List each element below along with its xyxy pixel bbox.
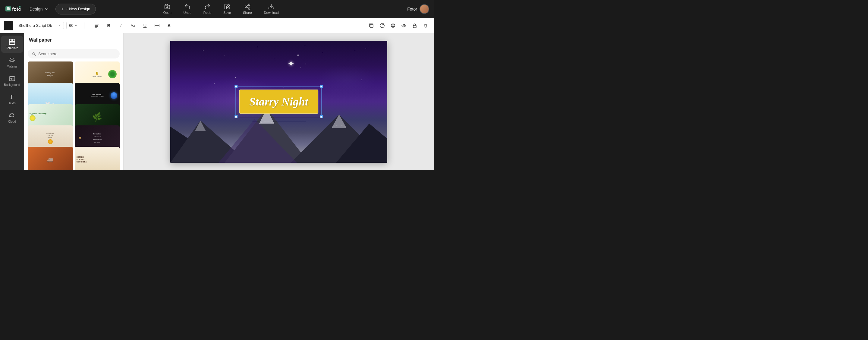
duplicate-button[interactable] (367, 21, 376, 30)
cloud-icon (9, 112, 16, 119)
redo-button[interactable]: Redo (201, 2, 214, 16)
font-dropdown-icon (58, 23, 61, 28)
save-button[interactable]: Save (221, 2, 233, 16)
open-button[interactable]: Open (161, 2, 174, 16)
template-card-9[interactable]: 🚐 (28, 147, 73, 170)
text-color-picker[interactable] (4, 21, 13, 30)
lock-icon (412, 23, 417, 28)
letter-spacing-icon (154, 23, 160, 28)
font-size-selector[interactable]: 60 (66, 22, 84, 29)
sidebar-item-texts[interactable]: T Texts (1, 91, 23, 108)
font-name-label: Shellhera Script Db (19, 23, 52, 28)
sidebar-item-cloud[interactable]: Cloud (1, 109, 23, 126)
save-icon (224, 3, 230, 10)
search-icon (32, 52, 36, 56)
top-nav: fotor Design + + New Design Open Undo Re… (0, 0, 434, 18)
svg-point-7 (248, 8, 250, 9)
sparkle-tiny: ✦ (305, 62, 307, 66)
logo-area: fotor (5, 5, 21, 13)
italic-button[interactable]: I (116, 21, 126, 30)
chevron-down-icon (44, 7, 49, 11)
fotor-logo-icon: fotor (5, 5, 21, 13)
text-icon: T (9, 94, 16, 100)
font-size-label: 60 (69, 23, 73, 28)
design-button[interactable]: Design (27, 5, 52, 13)
text-box[interactable]: Starry Night (239, 90, 318, 114)
sparkle-decoration: ✦ (287, 59, 294, 69)
new-design-button[interactable]: + + New Design (56, 4, 96, 14)
svg-point-17 (391, 24, 395, 27)
redo-icon (204, 3, 211, 10)
underline-decoration (252, 122, 306, 122)
download-button[interactable]: Download (261, 2, 281, 16)
svg-text:T: T (10, 94, 13, 100)
align-button[interactable] (92, 21, 101, 30)
user-name: Fotor (407, 7, 417, 11)
text-case-button[interactable]: A (164, 21, 174, 30)
sidebar-item-background[interactable]: Background (1, 72, 23, 90)
sidebar-icons: Template Material Background T Texts (0, 33, 24, 170)
underline-button[interactable]: U (140, 21, 150, 30)
svg-rect-24 (9, 76, 15, 81)
svg-point-18 (392, 25, 394, 27)
canvas-inner: ✦ ✦ ✦ (170, 41, 387, 163)
nav-right: Fotor (407, 4, 429, 14)
rotate-icon (379, 23, 385, 28)
toolbar-divider-1 (88, 21, 88, 30)
template-icon (9, 38, 16, 45)
canvas-area[interactable]: ✦ ✦ ✦ (124, 33, 434, 170)
undo-icon (184, 3, 191, 10)
text-element-wrapper[interactable]: Starry Night (239, 90, 318, 114)
delete-icon (423, 23, 428, 28)
aa-button[interactable]: Aa (128, 21, 138, 30)
rotate-button[interactable] (377, 21, 387, 30)
font-size-dropdown-icon (74, 23, 78, 28)
share-icon (244, 3, 251, 10)
layer-icon (401, 23, 407, 28)
main-layout: Template Material Background T Texts (0, 33, 434, 170)
svg-rect-22 (9, 42, 15, 44)
new-design-label: + New Design (66, 7, 90, 11)
align-icon (94, 23, 99, 28)
layer-button[interactable] (399, 21, 409, 30)
sidebar-item-template[interactable]: Template (1, 36, 23, 53)
search-bar[interactable] (28, 49, 120, 59)
svg-rect-20 (9, 39, 12, 41)
svg-point-5 (248, 4, 250, 6)
svg-point-6 (245, 6, 247, 7)
background-icon (9, 75, 16, 82)
svg-point-23 (11, 59, 13, 61)
svg-text:fotor: fotor (12, 7, 21, 12)
template-card-10[interactable]: CoffeeAlw aysgood idea (75, 147, 120, 170)
font-family-selector[interactable]: Shellhera Script Db (16, 22, 64, 29)
open-icon (164, 3, 170, 10)
sidebar-item-material[interactable]: Material (1, 54, 23, 71)
template-grid: willingnesskeep it 8 DARE TO FAIL (24, 61, 123, 170)
text-element-container[interactable]: Starry Night (239, 90, 318, 114)
mask-button[interactable] (388, 21, 398, 30)
bold-button[interactable]: B (104, 21, 114, 30)
lock-button[interactable] (410, 21, 420, 30)
template-panel: Wallpaper willingnesskeep it 8 DAR (24, 33, 124, 170)
mask-icon (390, 23, 396, 28)
svg-rect-1 (7, 7, 10, 10)
panel-title: Wallpaper (24, 33, 123, 46)
svg-line-28 (34, 54, 36, 56)
search-input[interactable] (38, 52, 116, 56)
duplicate-icon (369, 23, 374, 28)
svg-rect-21 (12, 39, 15, 41)
text-toolbar: Shellhera Script Db 60 B I Aa U A (0, 18, 434, 33)
download-icon (268, 3, 275, 10)
user-avatar (420, 4, 429, 14)
design-label: Design (30, 7, 43, 11)
letter-spacing-button[interactable] (152, 21, 162, 30)
undo-button[interactable]: Undo (181, 2, 194, 16)
user-area[interactable]: Fotor (407, 4, 429, 14)
delete-button[interactable] (421, 21, 430, 30)
share-button[interactable]: Share (241, 2, 254, 16)
nav-center-actions: Open Undo Redo Save Share Download (161, 2, 281, 16)
svg-rect-16 (370, 24, 373, 27)
svg-rect-19 (413, 25, 416, 28)
canvas-text: Starry Night (249, 95, 308, 108)
sparkle-small: ✦ (296, 53, 300, 58)
